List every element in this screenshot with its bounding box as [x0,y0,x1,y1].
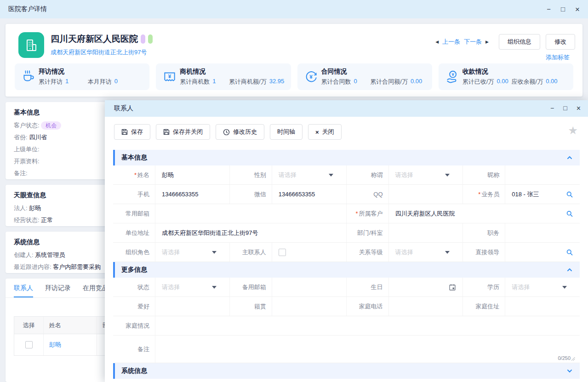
customer-summary-card: 四川天府新区人民医院 成都天府新区华阳街道正北上街97号 ◀ 上一条 下一条 ▶… [6,24,582,97]
gender-select[interactable]: 请选择 [272,165,346,184]
customer-address: 成都天府新区华阳街道正北上街97号 [51,48,153,57]
prev-record-link[interactable]: 上一条 [442,38,460,46]
tab-contacts[interactable]: 联系人 [14,279,33,297]
position-input[interactable] [505,223,580,242]
department-input[interactable] [389,223,463,242]
home-address-input[interactable] [505,297,580,316]
primary-contact-checkbox[interactable] [279,249,286,256]
maximize-icon[interactable]: □ [563,104,567,113]
org-info-button[interactable]: 组织信息 [499,34,540,50]
contact-modal: 联系人 − □ × 保存 保存并关闭 修改历史 时间轴 × 关闭 ★ [105,100,588,382]
field-org-role: 组织角色 请选择 [113,243,230,262]
row-checkbox[interactable] [25,341,33,348]
section-header-more: 更多信息 [113,262,580,278]
stat-card-visits: 拜访情况 累计拜访1 本月拜访0 [15,63,149,90]
search-icon[interactable] [566,210,573,217]
contact-name-link[interactable]: 彭旸 [49,341,61,349]
window-controls: − □ × [547,6,580,13]
dropdown-caret-icon [212,251,217,254]
status-select[interactable]: 请选择 [155,278,229,296]
search-icon[interactable] [566,249,573,256]
field-remark: 备注 0/250 [113,336,580,363]
dropdown-caret-icon [329,174,333,177]
mobile-input[interactable]: 13466653355 [155,185,229,204]
edit-button[interactable]: 修改 [546,34,575,50]
family-input[interactable] [155,316,580,335]
stats-row: 拜访情况 累计拜访1 本月拜访0 ¥ 商机情况 累计商机数1 累计商机额/万32… [15,63,573,90]
floppy-icon [121,129,128,135]
resize-handle-icon[interactable] [571,357,575,361]
field-label: 省份: [14,134,28,141]
backup-email-input[interactable] [272,278,346,296]
name-input[interactable]: 彭旸 [155,165,229,184]
salesman-lookup[interactable]: 018 - 张三 [505,185,580,204]
section-header-system: 系统信息 [113,363,580,379]
dropdown-caret-icon [445,174,450,177]
save-button[interactable]: 保存 [114,124,150,140]
field-primary-contact: 主联系人 [230,243,347,262]
metric-value: 1 [212,78,216,86]
maximize-icon[interactable]: □ [561,6,565,13]
next-arrow-icon[interactable]: ▶ [485,40,489,44]
tag-pill-green [148,34,153,44]
hand-coin-icon: ¥ [445,69,462,84]
svg-text:¥: ¥ [451,72,454,77]
close-button[interactable]: × 关闭 [308,124,342,140]
floppy-icon [163,129,170,135]
hobby-input[interactable] [155,297,229,316]
timeline-button[interactable]: 时间轴 [270,124,303,140]
stat-title: 收款情况 [462,68,567,76]
close-x-icon: × [315,129,319,136]
close-icon[interactable]: × [575,6,580,13]
field-label: 上级单位: [14,146,40,153]
hometown-input[interactable] [272,297,346,316]
salutation-select[interactable]: 请选择 [389,165,463,184]
field-address: 单位地址 成都天府新区华阳街道正北上街97号 [113,223,347,242]
minimize-icon[interactable]: − [550,104,554,113]
chevron-up-icon[interactable] [566,154,573,161]
field-label: 创建人: [14,251,34,258]
field-label: 经营状态: [14,217,40,223]
metric-label: 应收余额/万 [512,78,543,86]
tab-visit-records[interactable]: 拜访记录 [45,279,71,297]
field-label: 客户状态: [14,122,40,129]
wechat-input[interactable]: 13466653355 [272,185,346,204]
search-icon[interactable] [566,191,573,198]
minimize-icon[interactable]: − [547,6,551,13]
org-role-select[interactable]: 请选择 [155,243,229,262]
close-icon[interactable]: × [577,104,581,113]
education-select[interactable]: 请选择 [505,278,580,296]
nickname-input[interactable] [505,165,580,184]
home-phone-input[interactable] [389,297,463,316]
field-qq: QQ [347,185,463,204]
metric-value: 0.00 [546,78,557,86]
email-input[interactable] [155,204,346,223]
char-counter: 0/250 [558,355,575,361]
field-value: 客户内部需要采购 [53,263,101,270]
remark-textarea[interactable]: 0/250 [155,336,580,363]
qq-input[interactable] [389,185,463,204]
calendar-icon[interactable] [449,284,456,291]
metric-value: 0.00 [411,78,422,86]
edit-history-button[interactable]: 修改历史 [216,124,264,140]
modal-title: 联系人 [114,104,133,113]
save-and-close-button[interactable]: 保存并关闭 [156,124,210,140]
modal-toolbar: 保存 保存并关闭 修改历史 时间轴 × 关闭 [105,117,588,140]
dropdown-caret-icon [212,286,217,289]
chevron-down-icon[interactable] [566,367,573,375]
chevron-up-icon[interactable] [566,266,573,274]
field-position: 职务 [463,223,580,242]
add-tag-link[interactable]: 添加标签 [546,53,570,62]
prev-arrow-icon[interactable]: ◀ [435,40,439,44]
relation-level-select[interactable]: 请选择 [389,243,463,262]
direct-leader-lookup[interactable] [505,243,580,262]
stat-title: 合同情况 [321,68,426,76]
next-record-link[interactable]: 下一条 [464,38,482,46]
customer-lookup[interactable]: 四川天府新区人民医院 [389,204,580,223]
favorite-star-icon[interactable]: ★ [568,125,578,136]
birthday-date-picker[interactable] [389,278,463,296]
clock-icon [223,129,230,136]
address-input[interactable]: 成都天府新区华阳街道正北上街97号 [155,223,346,242]
field-birthday: 生日 [347,278,463,296]
metric-value: 1 [65,78,69,86]
